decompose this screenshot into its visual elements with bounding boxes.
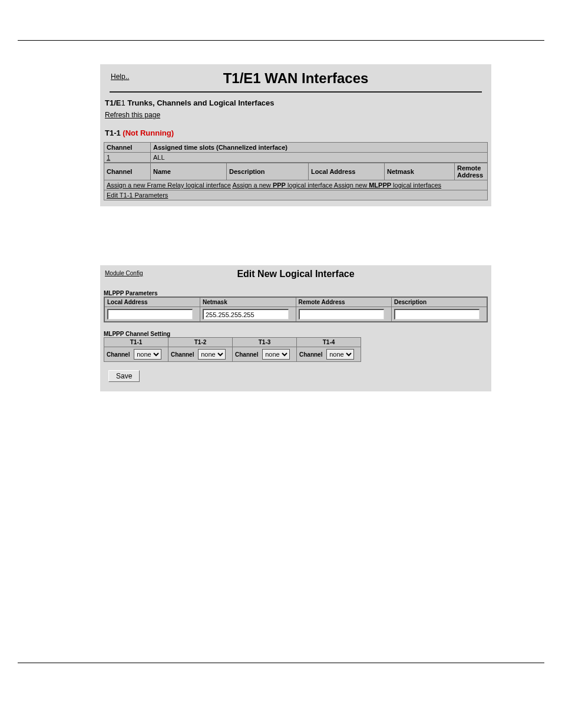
trunk-status-line: T1-1 (Not Running) — [105, 129, 488, 137]
timeslots-table: Channel Assigned time slots (Channelized… — [104, 142, 488, 163]
col-netmask: Netmask — [200, 297, 296, 307]
col-channel: Channel — [104, 143, 151, 153]
assign-ppp-link[interactable]: Assign a new PPP logical interface — [232, 182, 333, 189]
assign-frame-relay-link[interactable]: Assign a new Frame Relay logical interfa… — [107, 182, 231, 189]
section-title-post: Trunks, Channels and Logical Interfaces — [125, 98, 275, 107]
save-button[interactable]: Save — [108, 370, 140, 382]
channel-label: Channel — [107, 351, 130, 358]
trunk-status: (Not Running) — [123, 129, 174, 137]
section-title-pre: T1/E — [105, 98, 121, 107]
channel-select-t1-3[interactable]: none — [262, 349, 290, 360]
description-input[interactable] — [394, 309, 480, 319]
channel-label: Channel — [235, 351, 258, 358]
col-channel: Channel — [104, 163, 151, 180]
assign-ppp-post: logical interface — [286, 182, 333, 189]
edit-params-row: Edit T1-1 Parameters — [104, 190, 488, 200]
channel-1-link[interactable]: 1 — [107, 154, 110, 161]
help-link[interactable]: Help.. — [111, 73, 129, 81]
assign-row: Assign a new Frame Relay logical interfa… — [104, 180, 488, 190]
col-local-address: Local Address — [104, 297, 200, 307]
page-bottom-rule — [18, 663, 544, 663]
module-config-link[interactable]: Module Config — [105, 270, 143, 276]
trunk-col-t1-2: T1-2 — [168, 338, 233, 347]
page-title: T1/E1 WAN Interfaces — [106, 70, 485, 87]
table-row — [104, 307, 487, 322]
interfaces-table: Channel Name Description Local Address N… — [104, 163, 488, 200]
col-netmask: Netmask — [385, 163, 455, 180]
assign-ppp-strong: PPP — [273, 182, 286, 189]
remote-address-input[interactable] — [299, 309, 385, 319]
channel-label: Channel — [299, 351, 322, 358]
channel-select-t1-1[interactable]: none — [134, 349, 161, 360]
trunk-col-t1-3: T1-3 — [233, 338, 297, 347]
assign-mlppp-strong: MLPPP — [369, 182, 391, 189]
cell-channel: 1 — [104, 153, 151, 163]
edit-logical-interface-panel: Module Config Edit New Logical Interface… — [100, 265, 491, 391]
mlppp-parameters-header: MLPPP Parameters — [104, 290, 488, 297]
wan-interfaces-panel: Help.. T1/E1 WAN Interfaces T1/E1 Trunks… — [100, 64, 491, 206]
trunk-id: T1-1 — [105, 129, 121, 137]
local-address-input[interactable] — [107, 309, 193, 319]
col-name: Name — [151, 163, 227, 180]
col-local-address: Local Address — [309, 163, 385, 180]
assign-mlppp-post: logical interfaces — [391, 182, 441, 189]
channel-select-t1-2[interactable]: none — [198, 349, 226, 360]
assign-mlppp-pre: Assign new — [334, 182, 369, 189]
mlppp-parameters-table: Local Address Netmask Remote Address Des… — [104, 297, 488, 322]
netmask-input[interactable] — [203, 309, 289, 319]
trunk-col-t1-4: T1-4 — [297, 338, 361, 347]
channel-label: Channel — [171, 351, 194, 358]
assign-mlppp-link[interactable]: Assign new MLPPP logical interfaces — [334, 182, 441, 189]
channel-select-t1-4[interactable]: none — [326, 349, 354, 360]
table-row: 1 ALL — [104, 153, 488, 163]
mlppp-channel-setting-header: MLPPP Channel Setting — [104, 331, 488, 337]
table-row: Channel none Channel none Channel — [104, 347, 361, 362]
col-slots: Assigned time slots (Channelized interfa… — [151, 143, 488, 153]
section-title-e1: 1 — [121, 98, 125, 107]
edit-t1-1-parameters-link[interactable]: Edit T1-1 Parameters — [107, 192, 168, 199]
panel2-title: Edit New Logical Interface — [104, 269, 488, 279]
refresh-link[interactable]: Refresh this page — [105, 111, 160, 119]
section-title: T1/E1 Trunks, Channels and Logical Inter… — [105, 98, 488, 107]
assign-ppp-pre: Assign a new — [232, 182, 272, 189]
col-remote-address: Remote Address — [296, 297, 392, 307]
col-description: Description — [392, 297, 488, 307]
title-separator — [110, 91, 482, 93]
page-top-rule — [18, 40, 544, 41]
cell-slots: ALL — [151, 153, 488, 163]
col-description: Description — [227, 163, 309, 180]
trunk-col-t1-1: T1-1 — [104, 338, 168, 347]
mlppp-channel-setting-table: T1-1 T1-2 T1-3 T1-4 Channel none Channel — [104, 337, 361, 362]
col-remote-address: Remote Address — [455, 163, 488, 180]
